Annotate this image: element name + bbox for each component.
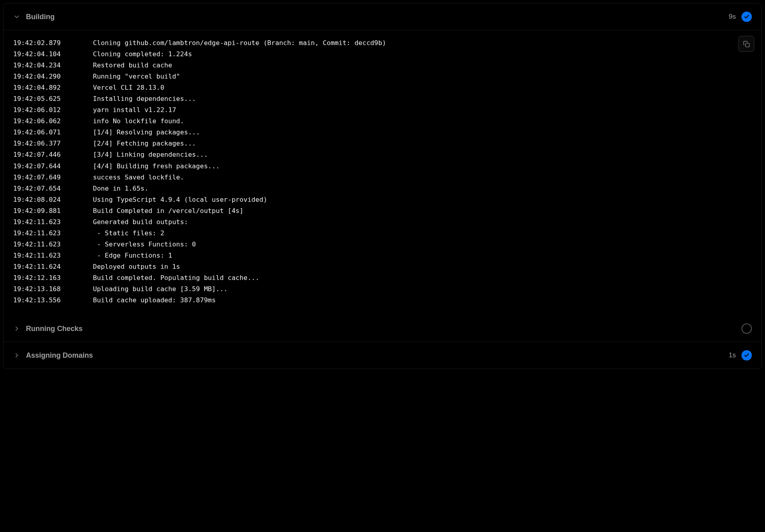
log-message: Cloning completed: 1.224s bbox=[93, 49, 192, 60]
log-message: Deployed outputs in 1s bbox=[93, 261, 180, 272]
log-message: - Static files: 2 bbox=[93, 228, 164, 239]
log-line: 19:42:08.024Using TypeScript 4.9.4 (loca… bbox=[13, 194, 752, 205]
log-line: 19:42:04.104Cloning completed: 1.224s bbox=[13, 49, 752, 60]
section-title-assigning-domains: Assigning Domains bbox=[26, 351, 93, 360]
log-timestamp: 19:42:09.881 bbox=[13, 205, 93, 217]
chevron-right-icon bbox=[13, 325, 20, 332]
section-header-left: Running Checks bbox=[13, 325, 83, 333]
log-message: [2/4] Fetching packages... bbox=[93, 138, 196, 149]
log-message: Running "vercel build" bbox=[93, 71, 180, 82]
status-success-icon bbox=[741, 12, 752, 22]
section-header-left: Building bbox=[13, 13, 55, 21]
status-pending-icon bbox=[741, 323, 752, 334]
log-timestamp: 19:42:12.163 bbox=[13, 272, 93, 284]
log-timestamp: 19:42:06.071 bbox=[13, 127, 93, 138]
log-timestamp: 19:42:06.062 bbox=[13, 116, 93, 127]
log-message: Build completed. Populating build cache.… bbox=[93, 272, 259, 284]
log-timestamp: 19:42:11.624 bbox=[13, 261, 93, 272]
duration-assigning-domains: 1s bbox=[729, 351, 736, 359]
copy-button[interactable] bbox=[738, 36, 754, 52]
log-timestamp: 19:42:07.446 bbox=[13, 149, 93, 160]
section-header-building[interactable]: Building 9s bbox=[4, 4, 761, 30]
log-line: 19:42:12.163Build completed. Populating … bbox=[13, 272, 752, 284]
log-line: 19:42:05.625Installing dependencies... bbox=[13, 93, 752, 104]
log-timestamp: 19:42:11.623 bbox=[13, 250, 93, 261]
log-line: 19:42:06.071[1/4] Resolving packages... bbox=[13, 127, 752, 138]
log-message: Done in 1.65s. bbox=[93, 183, 148, 194]
log-message: Uploading build cache [3.59 MB]... bbox=[93, 284, 228, 295]
log-line: 19:42:06.377[2/4] Fetching packages... bbox=[13, 138, 752, 149]
log-message: Using TypeScript 4.9.4 (local user-provi… bbox=[93, 194, 267, 205]
log-timestamp: 19:42:04.892 bbox=[13, 82, 93, 93]
log-line: 19:42:04.892Vercel CLI 28.13.0 bbox=[13, 82, 752, 93]
log-message: Vercel CLI 28.13.0 bbox=[93, 82, 164, 93]
section-header-running-checks[interactable]: Running Checks bbox=[4, 315, 761, 342]
log-line: 19:42:02.879Cloning github.com/lambtron/… bbox=[13, 37, 752, 49]
section-header-right: 1s bbox=[729, 350, 752, 361]
log-content: 19:42:02.879Cloning github.com/lambtron/… bbox=[4, 30, 761, 315]
log-line: 19:42:07.446[3/4] Linking dependencies..… bbox=[13, 149, 752, 160]
log-line: 19:42:11.624Deployed outputs in 1s bbox=[13, 261, 752, 272]
log-line: 19:42:13.168Uploading build cache [3.59 … bbox=[13, 284, 752, 295]
log-message: Restored build cache bbox=[93, 60, 172, 71]
log-line: 19:42:07.654Done in 1.65s. bbox=[13, 183, 752, 194]
log-timestamp: 19:42:04.104 bbox=[13, 49, 93, 60]
log-timestamp: 19:42:06.012 bbox=[13, 104, 93, 116]
section-title-building: Building bbox=[26, 13, 55, 21]
chevron-down-icon bbox=[13, 13, 20, 20]
duration-building: 9s bbox=[729, 13, 736, 21]
log-message: Installing dependencies... bbox=[93, 93, 196, 104]
log-timestamp: 19:42:08.024 bbox=[13, 194, 93, 205]
section-header-right: 9s bbox=[729, 12, 752, 22]
log-timestamp: 19:42:04.290 bbox=[13, 71, 93, 82]
log-line: 19:42:09.881Build Completed in /vercel/o… bbox=[13, 205, 752, 217]
log-timestamp: 19:42:07.649 bbox=[13, 172, 93, 183]
log-message: - Serverless Functions: 0 bbox=[93, 239, 196, 250]
section-header-right bbox=[741, 323, 752, 334]
log-line: 19:42:07.644[4/4] Building fresh package… bbox=[13, 161, 752, 172]
log-timestamp: 19:42:11.623 bbox=[13, 239, 93, 250]
log-message: Cloning github.com/lambtron/edge-api-rou… bbox=[93, 37, 386, 49]
status-success-icon bbox=[741, 350, 752, 361]
log-timestamp: 19:42:07.644 bbox=[13, 161, 93, 172]
log-message: yarn install v1.22.17 bbox=[93, 104, 176, 116]
copy-icon bbox=[743, 41, 750, 47]
log-message: info No lockfile found. bbox=[93, 116, 184, 127]
log-timestamp: 19:42:13.168 bbox=[13, 284, 93, 295]
log-timestamp: 19:42:05.625 bbox=[13, 93, 93, 104]
log-line: 19:42:04.290Running "vercel build" bbox=[13, 71, 752, 82]
log-panel: Building 9s 19:42:02.879Cloning github bbox=[3, 3, 762, 369]
log-line: 19:42:11.623Generated build outputs: bbox=[13, 217, 752, 228]
log-message: [1/4] Resolving packages... bbox=[93, 127, 200, 138]
deployment-log-panel: Building 9s 19:42:02.879Cloning github bbox=[0, 0, 765, 372]
svg-rect-0 bbox=[745, 43, 749, 47]
log-line: 19:42:13.556Build cache uploaded: 387.87… bbox=[13, 295, 752, 306]
section-title-running-checks: Running Checks bbox=[26, 325, 83, 333]
section-header-left: Assigning Domains bbox=[13, 351, 93, 360]
log-line: 19:42:04.234Restored build cache bbox=[13, 60, 752, 71]
log-timestamp: 19:42:06.377 bbox=[13, 138, 93, 149]
log-timestamp: 19:42:02.879 bbox=[13, 37, 93, 49]
log-message: success Saved lockfile. bbox=[93, 172, 184, 183]
log-message: Generated build outputs: bbox=[93, 217, 188, 228]
log-line: 19:42:06.062info No lockfile found. bbox=[13, 116, 752, 127]
log-line: 19:42:11.623 - Serverless Functions: 0 bbox=[13, 239, 752, 250]
log-line: 19:42:11.623 - Edge Functions: 1 bbox=[13, 250, 752, 261]
log-timestamp: 19:42:07.654 bbox=[13, 183, 93, 194]
log-lines-container: 19:42:02.879Cloning github.com/lambtron/… bbox=[13, 37, 752, 306]
log-message: Build Completed in /vercel/output [4s] bbox=[93, 205, 244, 217]
log-line: 19:42:06.012yarn install v1.22.17 bbox=[13, 104, 752, 116]
log-timestamp: 19:42:13.556 bbox=[13, 295, 93, 306]
log-timestamp: 19:42:04.234 bbox=[13, 60, 93, 71]
log-line: 19:42:11.623 - Static files: 2 bbox=[13, 228, 752, 239]
log-line: 19:42:07.649success Saved lockfile. bbox=[13, 172, 752, 183]
section-header-assigning-domains[interactable]: Assigning Domains 1s bbox=[4, 342, 761, 368]
log-message: Build cache uploaded: 387.879ms bbox=[93, 295, 216, 306]
log-timestamp: 19:42:11.623 bbox=[13, 217, 93, 228]
log-message: [4/4] Building fresh packages... bbox=[93, 161, 220, 172]
log-message: - Edge Functions: 1 bbox=[93, 250, 172, 261]
log-timestamp: 19:42:11.623 bbox=[13, 228, 93, 239]
log-message: [3/4] Linking dependencies... bbox=[93, 149, 208, 160]
chevron-right-icon bbox=[13, 352, 20, 359]
